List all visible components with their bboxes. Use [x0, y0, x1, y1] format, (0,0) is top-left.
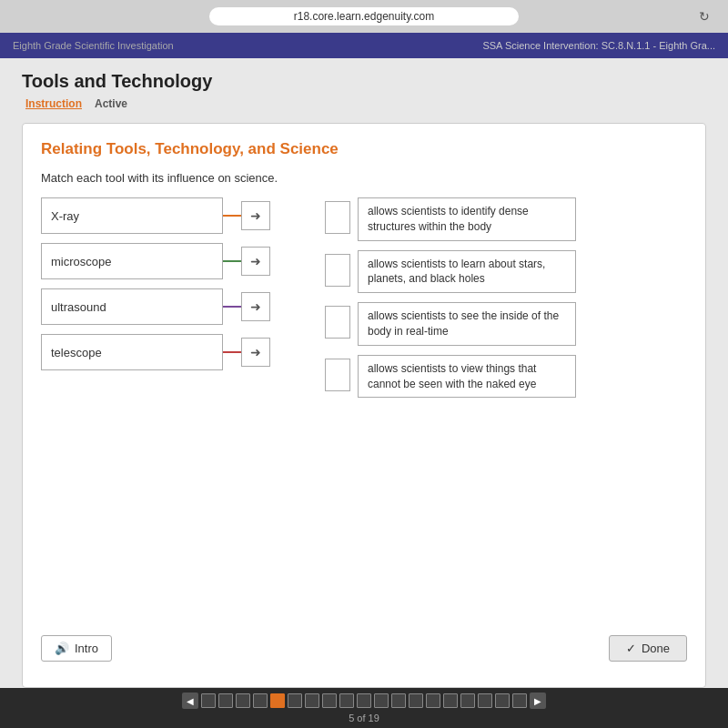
answer-item-3: allows scientists to see the inside of t… [325, 302, 576, 346]
done-button[interactable]: ✓ Done [609, 635, 687, 662]
dot-10[interactable] [357, 693, 371, 708]
answer-item-4: allows scientists to view things that ca… [325, 355, 576, 399]
dot-15[interactable] [443, 693, 458, 708]
activity-card: Relating Tools, Technology, and Science … [22, 123, 706, 688]
dot-6[interactable] [288, 693, 302, 708]
tools-column: X-ray ➜ microscope ➜ ultrasound [41, 197, 270, 370]
app-header: Eighth Grade Scientific Investigation SS… [0, 33, 728, 58]
answer-item-1: allows scientists to identify dense stru… [325, 197, 576, 241]
progress-text: 5 of 19 [349, 713, 379, 723]
tool-box-xray[interactable]: X-ray [41, 197, 223, 234]
tool-box-microscope[interactable]: microscope [41, 243, 223, 279]
answer-checkbox-4[interactable] [325, 359, 350, 391]
answer-checkbox-3[interactable] [325, 306, 350, 339]
tool-box-ultrasound[interactable]: ultrasound [41, 288, 223, 325]
intro-button-label: Intro [75, 642, 98, 655]
answer-checkbox-2[interactable] [325, 254, 350, 287]
dot-8[interactable] [322, 693, 337, 708]
tool-item-ultrasound: ultrasound ➜ [41, 288, 270, 325]
connector-xray [223, 215, 241, 217]
dot-1[interactable] [201, 693, 216, 708]
dot-19[interactable] [512, 693, 527, 708]
intro-button[interactable]: 🔊 Intro [41, 635, 112, 662]
dot-4[interactable] [253, 693, 268, 708]
dot-9[interactable] [339, 693, 354, 708]
speaker-icon: 🔊 [55, 642, 69, 655]
answer-item-2: allows scientists to learn about stars, … [325, 250, 576, 294]
dot-16[interactable] [460, 693, 475, 708]
answer-box-1[interactable]: allows scientists to identify dense stru… [358, 197, 576, 241]
answer-box-4[interactable]: allows scientists to view things that ca… [358, 355, 576, 399]
connector-ultrasound [223, 306, 241, 308]
tool-item-xray: X-ray ➜ [41, 197, 270, 234]
card-title: Relating Tools, Technology, and Science [41, 140, 687, 158]
dot-11[interactable] [374, 693, 389, 708]
progress-dots: ◀ ▶ [182, 693, 546, 709]
dot-17[interactable] [478, 693, 492, 708]
bottom-bar: 🔊 Intro ✓ Done [41, 626, 687, 671]
done-button-label: Done [642, 642, 670, 655]
arrow-button-xray[interactable]: ➜ [241, 201, 270, 230]
app-header-left: Eighth Grade Scientific Investigation [13, 40, 174, 51]
tabs-row: Instruction Active [22, 96, 706, 112]
dot-13[interactable] [409, 693, 423, 708]
url-bar: r18.core.learn.edgenuity.com [209, 7, 519, 25]
main-content: Tools and Technology Instruction Active … [0, 58, 728, 688]
dot-18[interactable] [495, 693, 510, 708]
next-arrow[interactable]: ▶ [530, 693, 546, 709]
app-header-right: SSA Science Intervention: SC.8.N.1.1 - E… [482, 40, 715, 51]
answer-box-2[interactable]: allows scientists to learn about stars, … [358, 250, 576, 294]
refresh-icon[interactable]: ↻ [699, 9, 710, 24]
connector-telescope [223, 351, 241, 353]
dot-7[interactable] [305, 693, 319, 708]
dot-2[interactable] [218, 693, 233, 708]
answer-box-3[interactable]: allows scientists to see the inside of t… [358, 302, 576, 346]
answers-column: allows scientists to identify dense stru… [325, 197, 576, 398]
answer-checkbox-1[interactable] [325, 201, 350, 234]
dot-12[interactable] [391, 693, 406, 708]
progress-bar-area: ◀ ▶ 5 of 19 [0, 688, 728, 728]
tool-item-microscope: microscope ➜ [41, 243, 270, 279]
dot-5[interactable] [270, 693, 285, 708]
connector-microscope [223, 260, 241, 262]
dot-14[interactable] [426, 693, 440, 708]
arrow-button-ultrasound[interactable]: ➜ [241, 292, 270, 321]
page-title: Tools and Technology [22, 71, 706, 92]
prev-arrow[interactable]: ◀ [182, 693, 198, 709]
check-icon: ✓ [626, 642, 636, 655]
tool-box-telescope[interactable]: telescope [41, 334, 223, 370]
arrow-button-microscope[interactable]: ➜ [241, 247, 270, 276]
tool-item-telescope: telescope ➜ [41, 334, 270, 370]
matching-area: X-ray ➜ microscope ➜ ultrasound [41, 197, 687, 398]
instruction-text: Match each tool with its influence on sc… [41, 171, 687, 185]
browser-bar: r18.core.learn.edgenuity.com ↻ [0, 0, 728, 33]
arrow-button-telescope[interactable]: ➜ [241, 338, 270, 367]
tab-active[interactable]: Active [91, 96, 131, 112]
tab-instruction[interactable]: Instruction [22, 96, 86, 112]
dot-3[interactable] [236, 693, 250, 708]
